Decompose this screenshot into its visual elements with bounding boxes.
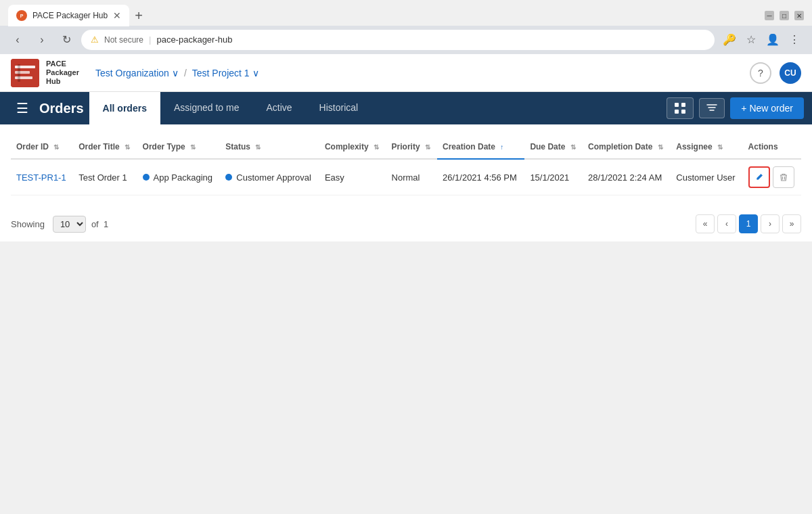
forward-button[interactable]: › [32,30,51,49]
tab-historical[interactable]: Historical [306,92,372,124]
profile-icon[interactable]: 👤 [763,30,782,49]
col-creation-date[interactable]: Creation Date ↑ [437,135,524,159]
cell-complexity: Easy [319,159,386,195]
tab-favicon: P [16,10,27,21]
col-status[interactable]: Status ⇅ [220,135,319,159]
header-right: ? CU [750,62,801,84]
back-button[interactable]: ‹ [8,30,27,49]
browser-tabs: P PACE Packager Hub ✕ + [8,5,148,26]
cell-status: Customer Approval [220,159,319,195]
grid-icon [674,102,686,114]
page-size-select[interactable]: 10 25 50 [53,216,86,233]
cell-order-title: Test Order 1 [73,159,137,195]
app-nav: ☰ Orders All orders Assigned to me Activ… [0,92,812,124]
col-order-title[interactable]: Order Title ⇅ [73,135,137,159]
address-bar[interactable]: ⚠ Not secure | pace-packager-hub [81,30,715,50]
order-id-link[interactable]: TEST-PR1-1 [16,172,66,183]
app-header: PACE Packager Hub Test Organization ∨ / … [0,54,812,92]
last-page-button[interactable]: » [782,214,801,233]
delete-order-button[interactable] [773,166,794,188]
page-controls: « ‹ 1 › » [696,214,801,233]
col-actions: Actions [743,135,801,159]
svg-rect-6 [18,64,20,82]
filter-icon [706,103,717,114]
table-header-row: Order ID ⇅ Order Title ⇅ Order Type ⇅ St… [11,135,801,159]
svg-rect-5 [15,76,32,79]
nav-menu-button[interactable]: ☰ [11,95,34,122]
edit-order-button[interactable] [748,166,770,188]
edit-icon [755,172,763,182]
url-text: pace-packager-hub [156,34,232,45]
chevron-down-icon-2: ∨ [252,68,259,78]
table-wrapper: Order ID ⇅ Order Title ⇅ Order Type ⇅ St… [0,124,812,206]
col-due-date[interactable]: Due Date ⇅ [524,135,583,159]
filter-button[interactable] [699,98,725,118]
col-completion-date[interactable]: Completion Date ⇅ [583,135,671,159]
showing-label: Showing [11,219,45,229]
breadcrumb: Test Organization ∨ / Test Project 1 ∨ [95,68,259,78]
orders-table: Order ID ⇅ Order Title ⇅ Order Type ⇅ St… [11,135,801,195]
svg-rect-9 [675,110,679,114]
col-order-id[interactable]: Order ID ⇅ [11,135,73,159]
order-type-label: App Packaging [154,172,212,183]
tab-all-orders[interactable]: All orders [89,92,160,124]
breadcrumb-project[interactable]: Test Project 1 ∨ [192,68,259,78]
tab-close-icon[interactable]: ✕ [113,10,121,21]
not-secure-label: Not secure [104,35,143,45]
first-page-button[interactable]: « [696,214,715,233]
col-complexity[interactable]: Complexity ⇅ [319,135,386,159]
col-order-type[interactable]: Order Type ⇅ [137,135,221,159]
maximize-button[interactable]: □ [780,11,789,20]
cell-priority: Normal [386,159,437,195]
security-icon: ⚠ [91,34,99,45]
nav-tabs: All orders Assigned to me Active Histori… [89,92,372,124]
content: Order ID ⇅ Order Title ⇅ Order Type ⇅ St… [0,124,812,241]
chevron-down-icon: ∨ [172,68,179,78]
svg-rect-10 [681,110,685,114]
svg-rect-4 [15,71,30,74]
prev-page-button[interactable]: ‹ [717,214,736,233]
table-row: TEST-PR1-1 Test Order 1 App Packaging [11,159,801,195]
app-logo: PACE Packager Hub [11,59,79,87]
logo-text: PACE Packager Hub [46,60,79,87]
cell-actions [743,159,801,195]
menu-dots-icon[interactable]: ⋮ [785,30,804,49]
address-bar-actions: 🔑 ☆ 👤 ⋮ [720,30,804,49]
status-dot [225,174,232,181]
browser-addressbar: ‹ › ↻ ⚠ Not secure | pace-packager-hub 🔑… [0,26,812,54]
app: PACE Packager Hub Test Organization ∨ / … [0,54,812,241]
current-page-button[interactable]: 1 [739,214,758,233]
pagination: Showing 10 25 50 of 1 « ‹ 1 › » [0,206,812,241]
browser-titlebar: P PACE Packager Hub ✕ + ─ □ ✕ [0,0,812,26]
of-label: of 1 [91,219,108,229]
tab-assigned-to-me[interactable]: Assigned to me [160,92,253,124]
browser-chrome: P PACE Packager Hub ✕ + ─ □ ✕ ‹ › ↻ ⚠ No… [0,0,812,54]
new-order-button[interactable]: + New order [730,97,804,119]
grid-view-button[interactable] [667,97,694,119]
close-button[interactable]: ✕ [794,11,804,20]
svg-rect-8 [681,103,685,107]
key-icon[interactable]: 🔑 [720,30,739,49]
tab-title: PACE Packager Hub [32,11,108,20]
col-assignee[interactable]: Assignee ⇅ [671,135,742,159]
cell-order-type: App Packaging [137,159,221,195]
trash-icon [779,172,788,182]
bookmark-icon[interactable]: ☆ [742,30,761,49]
breadcrumb-org[interactable]: Test Organization ∨ [95,68,179,78]
cell-completion-date: 28/1/2021 2:24 AM [583,159,671,195]
tab-active[interactable]: Active [252,92,305,124]
next-page-button[interactable]: › [761,214,780,233]
col-priority[interactable]: Priority ⇅ [386,135,437,159]
minimize-button[interactable]: ─ [765,11,774,20]
help-button[interactable]: ? [750,62,771,84]
status-label: Customer Approval [236,172,311,183]
new-tab-button[interactable]: + [129,5,148,26]
browser-tab-active[interactable]: P PACE Packager Hub ✕ [8,5,129,26]
svg-text:P: P [20,14,24,18]
user-avatar[interactable]: CU [780,62,801,84]
refresh-button[interactable]: ↻ [57,30,76,49]
cell-order-id: TEST-PR1-1 [11,159,73,195]
window-controls: ─ □ ✕ [765,11,804,20]
order-type-dot [143,174,150,181]
nav-title: Orders [39,101,84,116]
